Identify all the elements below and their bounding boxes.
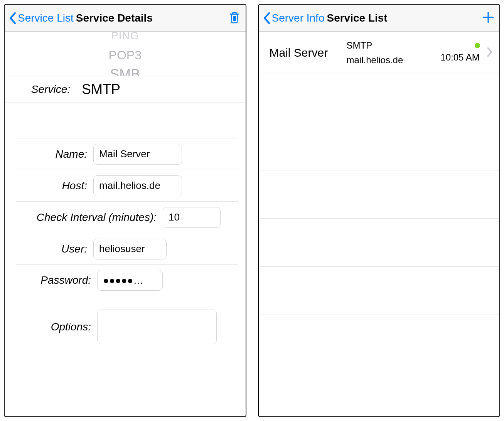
- list-item-name: Mail Server: [270, 46, 347, 59]
- service-picker[interactable]: PING POP3 SMB Service: SMTP: [5, 32, 246, 103]
- chevron-left-icon: [263, 12, 270, 24]
- navbar-left: Service List Service Details: [5, 5, 246, 32]
- list-item[interactable]: Mail Server SMTP mail.helios.de 10:05 AM: [259, 32, 500, 74]
- host-label: Host:: [16, 180, 93, 192]
- chevron-left-icon: [9, 12, 16, 24]
- picker-option: PING: [5, 32, 246, 45]
- service-form: Name: Host: Check Interval (minutes): Us…: [5, 103, 246, 358]
- service-value: SMTP: [82, 81, 120, 98]
- chevron-right-icon: [487, 47, 492, 59]
- picker-option: POP3: [5, 45, 246, 65]
- row-user: User:: [16, 233, 238, 264]
- service-label: Service:: [12, 83, 82, 96]
- service-list: Mail Server SMTP mail.helios.de 10:05 AM: [259, 32, 500, 416]
- list-item-details: SMTP mail.helios.de: [347, 40, 437, 66]
- empty-row: [259, 315, 500, 363]
- list-item-status-col: 10:05 AM: [437, 43, 483, 63]
- back-label: Server Info: [272, 12, 325, 24]
- back-label: Service List: [18, 12, 74, 24]
- user-input[interactable]: [93, 239, 167, 259]
- options-label: Options:: [16, 321, 97, 333]
- row-host: Host:: [16, 170, 238, 201]
- user-label: User:: [16, 243, 93, 255]
- empty-row: [259, 219, 500, 267]
- page-title-right: Service List: [327, 12, 387, 24]
- options-input[interactable]: [97, 310, 217, 344]
- status-dot-icon: [475, 43, 480, 48]
- empty-row: [259, 74, 500, 122]
- navbar-right: Server Info Service List: [259, 5, 500, 32]
- empty-row: [259, 267, 500, 315]
- password-label: Password:: [16, 274, 97, 286]
- interval-input[interactable]: [163, 207, 221, 228]
- name-label: Name:: [16, 148, 93, 160]
- empty-row: [259, 122, 500, 170]
- back-button-server-info[interactable]: Server Info: [263, 12, 325, 24]
- list-item-service: SMTP: [347, 40, 437, 51]
- row-password: Password:: [16, 264, 238, 296]
- back-button-service-list[interactable]: Service List: [9, 12, 74, 24]
- list-item-time: 10:05 AM: [440, 52, 479, 63]
- service-selected-row: Service: SMTP: [5, 76, 246, 103]
- trash-icon: [228, 11, 241, 25]
- plus-icon: [482, 11, 495, 25]
- host-input[interactable]: [93, 175, 182, 196]
- add-button[interactable]: [482, 11, 495, 25]
- row-name: Name:: [16, 138, 238, 170]
- name-input[interactable]: [93, 144, 182, 165]
- interval-label: Check Interval (minutes):: [16, 211, 163, 224]
- service-list-panel: Server Info Service List Mail Server SMT…: [258, 4, 501, 417]
- page-title-left: Service Details: [76, 12, 153, 24]
- service-details-panel: Service List Service Details PING POP3 S…: [4, 4, 246, 417]
- delete-button[interactable]: [228, 11, 241, 25]
- list-item-host: mail.helios.de: [347, 55, 437, 66]
- empty-row: [259, 170, 500, 219]
- row-options: Options:: [16, 296, 238, 358]
- password-input[interactable]: [97, 270, 163, 291]
- row-interval: Check Interval (minutes):: [16, 201, 238, 233]
- empty-row: [259, 363, 500, 411]
